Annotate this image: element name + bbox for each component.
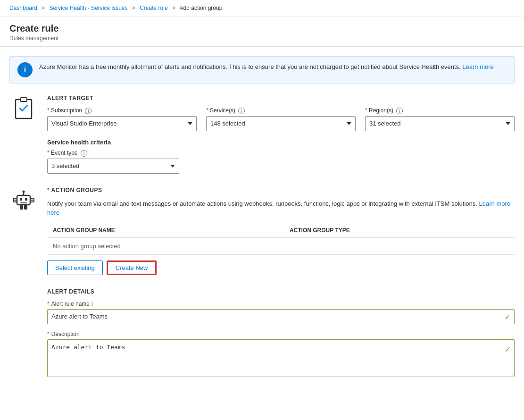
breadcrumb: Dashboard > Service Health - Service iss… <box>0 0 524 17</box>
alert-target-icon <box>9 95 38 174</box>
select-existing-button[interactable]: Select existing <box>47 260 103 275</box>
svg-point-7 <box>23 190 25 193</box>
subscription-info-icon[interactable]: i <box>85 108 91 114</box>
services-info-icon[interactable]: i <box>238 108 245 114</box>
description-label: * Description <box>47 331 515 337</box>
breadcrumb-sep-2: > <box>132 5 135 11</box>
ag-col-name: ACTION GROUP NAME <box>47 223 284 238</box>
breadcrumb-sep-3: > <box>172 5 175 11</box>
svg-rect-5 <box>20 202 27 203</box>
action-groups-icon <box>9 187 38 275</box>
learn-more-ag-link[interactable]: Learn more <box>479 200 510 207</box>
description-field: * Description Azure alert to Teams ✓ <box>47 331 515 378</box>
event-type-field: * Event type i 3 selected <box>47 150 179 174</box>
regions-select[interactable]: 31 selected <box>365 116 515 131</box>
info-banner-text: Azure Monitor has a free monthly allotme… <box>39 62 494 72</box>
here-link[interactable]: here <box>47 209 59 216</box>
create-new-button[interactable]: Create New <box>107 260 157 275</box>
page-header: Create rule Rules management <box>0 17 524 47</box>
svg-rect-4 <box>25 198 27 201</box>
criteria-label: Service health criteria <box>47 139 515 146</box>
rule-name-check-icon: ✓ <box>505 312 511 321</box>
svg-rect-13 <box>24 205 27 210</box>
svg-rect-12 <box>20 205 23 210</box>
services-field: * Service(s) i 148 selected <box>206 107 356 131</box>
subscription-field: * Subscription i Visual Studio Enterpris… <box>47 107 197 131</box>
subscription-select[interactable]: Visual Studio Enterprise <box>47 116 197 131</box>
services-select[interactable]: 148 selected <box>206 116 356 131</box>
alert-target-row1: * Subscription i Visual Studio Enterpris… <box>47 107 515 131</box>
svg-rect-3 <box>20 198 22 201</box>
description-textarea[interactable]: Azure alert to Teams <box>47 339 515 377</box>
info-banner: i Azure Monitor has a free monthly allot… <box>9 56 515 84</box>
breadcrumb-service-health[interactable]: Service Health - Service issues <box>49 5 127 11</box>
event-type-label: * Event type i <box>47 150 179 157</box>
action-groups-desc: Notify your team via email and text mess… <box>47 199 515 218</box>
breadcrumb-current: Add action group <box>180 5 223 11</box>
breadcrumb-create-rule[interactable]: Create rule <box>140 5 167 11</box>
alert-target-body: ALERT TARGET * Subscription i Visual Stu… <box>47 95 515 174</box>
ag-buttons: Select existing Create New <box>47 260 515 275</box>
rule-name-wrapper: ✓ <box>47 309 515 324</box>
event-type-select[interactable]: 3 selected <box>47 159 179 174</box>
regions-info-icon[interactable]: i <box>396 108 403 114</box>
ag-empty-row: No action group selected <box>47 237 515 254</box>
regions-field: * Region(s) i 31 selected <box>365 107 515 131</box>
subscription-label: * Subscription i <box>47 107 197 114</box>
learn-more-link[interactable]: Learn more <box>462 63 493 70</box>
page-title: Create rule <box>9 23 515 34</box>
description-wrapper: Azure alert to Teams ✓ <box>47 339 515 378</box>
breadcrumb-sep-1: > <box>42 5 45 11</box>
action-groups-body: ACTION GROUPS Notify your team via email… <box>47 187 515 275</box>
rule-name-info-icon[interactable]: i <box>91 301 93 307</box>
regions-label: * Region(s) i <box>365 107 515 114</box>
rule-name-label: * Alert rule name i <box>47 301 515 307</box>
info-icon: i <box>17 62 33 77</box>
description-check-icon: ✓ <box>505 345 511 354</box>
action-groups-table: ACTION GROUP NAME ACTION GROUP TYPE No a… <box>47 223 515 255</box>
action-groups-section: ACTION GROUPS Notify your team via email… <box>9 187 515 275</box>
action-groups-title: ACTION GROUPS <box>47 187 515 193</box>
rule-name-input[interactable] <box>47 309 515 324</box>
page-subtitle: Rules management <box>9 35 515 42</box>
alert-target-title: ALERT TARGET <box>47 95 515 101</box>
ag-empty-cell: No action group selected <box>47 237 515 254</box>
services-label: * Service(s) i <box>206 107 356 114</box>
ag-col-type: ACTION GROUP TYPE <box>284 223 515 238</box>
breadcrumb-dashboard[interactable]: Dashboard <box>9 5 37 11</box>
alert-target-section: ALERT TARGET * Subscription i Visual Stu… <box>9 95 515 174</box>
alert-details-title: ALERT DETAILS <box>47 288 515 295</box>
svg-rect-1 <box>20 98 27 101</box>
event-type-info-icon[interactable]: i <box>81 150 87 157</box>
rule-name-field: * Alert rule name i ✓ <box>47 301 515 324</box>
alert-details-section: ALERT DETAILS * Alert rule name i ✓ * De… <box>9 288 515 378</box>
